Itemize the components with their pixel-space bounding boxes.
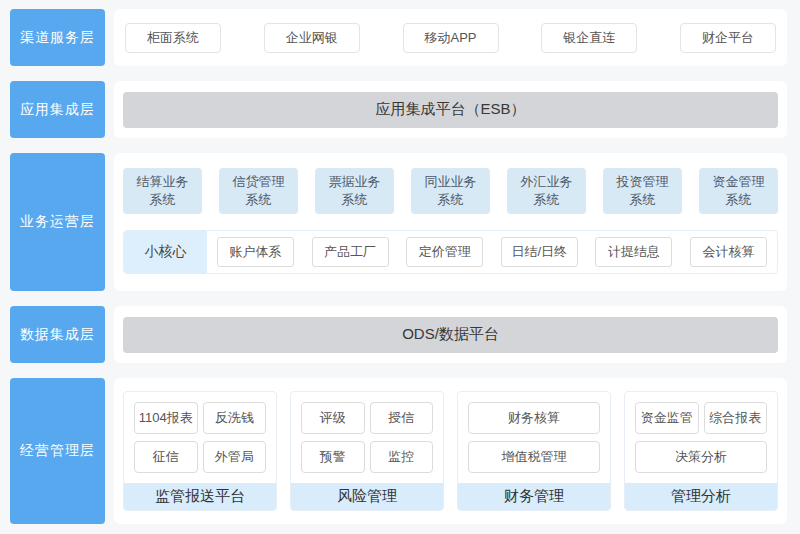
box-financial-accounting: 财务核算 <box>468 402 600 434</box>
layer-panel-data-integration: ODS/数据平台 <box>114 306 787 363</box>
box-rating: 评级 <box>301 402 365 434</box>
system-bank-enterprise-direct: 银企直连 <box>541 23 637 53</box>
business-systems-row: 结算业务 系统 信贷管理 系统 票据业务 系统 同业业务 系统 外汇业务 系统 … <box>123 168 778 214</box>
group-row: 征信 外管局 <box>134 441 266 473</box>
layer-label-data-integration: 数据集成层 <box>10 306 105 363</box>
group-row: 评级 授信 <box>301 402 433 434</box>
system-forex: 外汇业务 系统 <box>507 168 586 214</box>
system-mobile-app: 移动APP <box>403 23 499 53</box>
system-finance-enterprise-platform: 财企平台 <box>680 23 776 53</box>
group-row: 预警 监控 <box>301 441 433 473</box>
core-day-end: 日结/日终 <box>501 237 578 267</box>
system-credit-management: 信贷管理 系统 <box>219 168 298 214</box>
group-title-finance-management: 财务管理 <box>458 483 610 510</box>
box-fund-supervision: 资金监管 <box>635 402 699 434</box>
group-title-risk-management: 风险管理 <box>291 483 443 510</box>
layer-label-business-operation: 业务运营层 <box>10 153 105 291</box>
layer-label-channel: 渠道服务层 <box>10 9 105 66</box>
group-row: 决策分析 <box>635 441 767 473</box>
group-regulatory-reporting: 1104报表 反洗钱 征信 外管局 监管报送平台 <box>123 391 277 511</box>
system-treasury-management: 资金管理 系统 <box>699 168 778 214</box>
box-credit-reference: 征信 <box>134 441 198 473</box>
ods-platform-bar: ODS/数据平台 <box>123 317 778 353</box>
group-row: 资金监管 综合报表 <box>635 402 767 434</box>
layer-management: 经营管理层 1104报表 反洗钱 征信 外管局 监管报送平台 <box>10 378 787 524</box>
group-finance-management: 财务核算 增值税管理 财务管理 <box>457 391 611 511</box>
group-row: 1104报表 反洗钱 <box>134 402 266 434</box>
architecture-diagram: 渠道服务层 柜面系统 企业网银 移动APP 银企直连 财企平台 应用集成层 应用… <box>0 0 800 534</box>
small-core-items: 账户体系 产品工厂 定价管理 日结/日终 计提结息 会计核算 <box>207 231 777 273</box>
layer-panel-management: 1104报表 反洗钱 征信 外管局 监管报送平台 评级 授信 <box>114 378 787 524</box>
core-accounting: 会计核算 <box>690 237 767 267</box>
group-row: 财务核算 <box>468 402 600 434</box>
group-title-management-analysis: 管理分析 <box>625 483 777 510</box>
group-regulatory-reporting-body: 1104报表 反洗钱 征信 外管局 <box>124 392 276 474</box>
group-finance-management-body: 财务核算 增值税管理 <box>458 392 610 474</box>
layer-label-app-integration: 应用集成层 <box>10 81 105 138</box>
layer-panel-app-integration: 应用集成平台（ESB） <box>114 81 787 138</box>
esb-platform-bar: 应用集成平台（ESB） <box>123 92 778 128</box>
system-settlement: 结算业务 系统 <box>123 168 202 214</box>
box-credit-granting: 授信 <box>370 402 434 434</box>
box-vat-management: 增值税管理 <box>468 441 600 473</box>
group-management-analysis: 资金监管 综合报表 决策分析 管理分析 <box>624 391 778 511</box>
core-pricing-management: 定价管理 <box>406 237 483 267</box>
system-bills: 票据业务 系统 <box>315 168 394 214</box>
system-investment-management: 投资管理 系统 <box>603 168 682 214</box>
layer-data-integration: 数据集成层 ODS/数据平台 <box>10 306 787 363</box>
box-early-warning: 预警 <box>301 441 365 473</box>
layer-business-operation: 业务运营层 结算业务 系统 信贷管理 系统 票据业务 系统 同业业务 系统 外汇… <box>10 153 787 291</box>
small-core-tag: 小核心 <box>124 231 207 273</box>
layer-channel: 渠道服务层 柜面系统 企业网银 移动APP 银企直连 财企平台 <box>10 9 787 66</box>
box-monitoring: 监控 <box>370 441 434 473</box>
small-core-container: 小核心 账户体系 产品工厂 定价管理 日结/日终 计提结息 会计核算 <box>123 230 778 274</box>
box-1104-report: 1104报表 <box>134 402 198 434</box>
group-title-regulatory-reporting: 监管报送平台 <box>124 483 276 510</box>
box-anti-money-laundering: 反洗钱 <box>203 402 267 434</box>
box-forex-administration: 外管局 <box>203 441 267 473</box>
layer-label-management: 经营管理层 <box>10 378 105 524</box>
core-interest-accrual: 计提结息 <box>595 237 672 267</box>
box-decision-analysis: 决策分析 <box>635 441 767 473</box>
group-management-analysis-body: 资金监管 综合报表 决策分析 <box>625 392 777 474</box>
group-risk-management-body: 评级 授信 预警 监控 <box>291 392 443 474</box>
system-corporate-ebank: 企业网银 <box>264 23 360 53</box>
group-risk-management: 评级 授信 预警 监控 风险管理 <box>290 391 444 511</box>
layer-panel-business-operation: 结算业务 系统 信贷管理 系统 票据业务 系统 同业业务 系统 外汇业务 系统 … <box>114 153 787 291</box>
layer-panel-channel: 柜面系统 企业网银 移动APP 银企直连 财企平台 <box>114 9 787 66</box>
system-interbank: 同业业务 系统 <box>411 168 490 214</box>
layer-app-integration: 应用集成层 应用集成平台（ESB） <box>10 81 787 138</box>
core-account-system: 账户体系 <box>217 237 294 267</box>
system-counter: 柜面系统 <box>125 23 221 53</box>
box-comprehensive-report: 综合报表 <box>704 402 768 434</box>
group-row: 增值税管理 <box>468 441 600 473</box>
core-product-factory: 产品工厂 <box>312 237 389 267</box>
